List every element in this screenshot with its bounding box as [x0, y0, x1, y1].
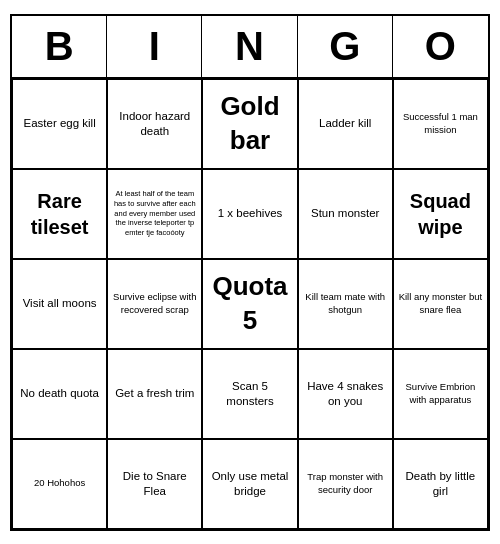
bingo-cell[interactable]: Ladder kill [298, 79, 393, 169]
bingo-cell[interactable]: Die to Snare Flea [107, 439, 202, 529]
bingo-cell[interactable]: Survive eclipse with recovered scrap [107, 259, 202, 349]
bingo-header-letter: O [393, 16, 488, 77]
bingo-cell[interactable]: Kill team mate with shotgun [298, 259, 393, 349]
bingo-cell[interactable]: Successful 1 man mission [393, 79, 488, 169]
bingo-header-letter: I [107, 16, 202, 77]
bingo-cell[interactable]: No death quota [12, 349, 107, 439]
bingo-header-letter: B [12, 16, 107, 77]
bingo-header: BINGO [12, 16, 488, 79]
bingo-header-letter: N [202, 16, 297, 77]
bingo-cell[interactable]: Stun monster [298, 169, 393, 259]
bingo-cell[interactable]: Rare tileset [12, 169, 107, 259]
bingo-cell[interactable]: Trap monster with security door [298, 439, 393, 529]
bingo-cell[interactable]: Easter egg kill [12, 79, 107, 169]
bingo-cell[interactable]: Quota 5 [202, 259, 297, 349]
bingo-cell[interactable]: At least half of the team has to survive… [107, 169, 202, 259]
bingo-cell[interactable]: Only use metal bridge [202, 439, 297, 529]
bingo-cell[interactable]: Survive Embrion with apparatus [393, 349, 488, 439]
bingo-cell[interactable]: Visit all moons [12, 259, 107, 349]
bingo-header-letter: G [298, 16, 393, 77]
bingo-cell[interactable]: Indoor hazard death [107, 79, 202, 169]
bingo-cell[interactable]: Have 4 snakes on you [298, 349, 393, 439]
bingo-cell[interactable]: Death by little girl [393, 439, 488, 529]
bingo-cell[interactable]: Squad wipe [393, 169, 488, 259]
bingo-cell[interactable]: Scan 5 monsters [202, 349, 297, 439]
bingo-cell[interactable]: Get a fresh trim [107, 349, 202, 439]
bingo-cell[interactable]: 20 Hohohos [12, 439, 107, 529]
bingo-cell[interactable]: Kill any monster but snare flea [393, 259, 488, 349]
bingo-card: BINGO Easter egg killIndoor hazard death… [10, 14, 490, 531]
bingo-grid: Easter egg killIndoor hazard deathGold b… [12, 79, 488, 529]
bingo-cell[interactable]: Gold bar [202, 79, 297, 169]
bingo-cell[interactable]: 1 x beehives [202, 169, 297, 259]
